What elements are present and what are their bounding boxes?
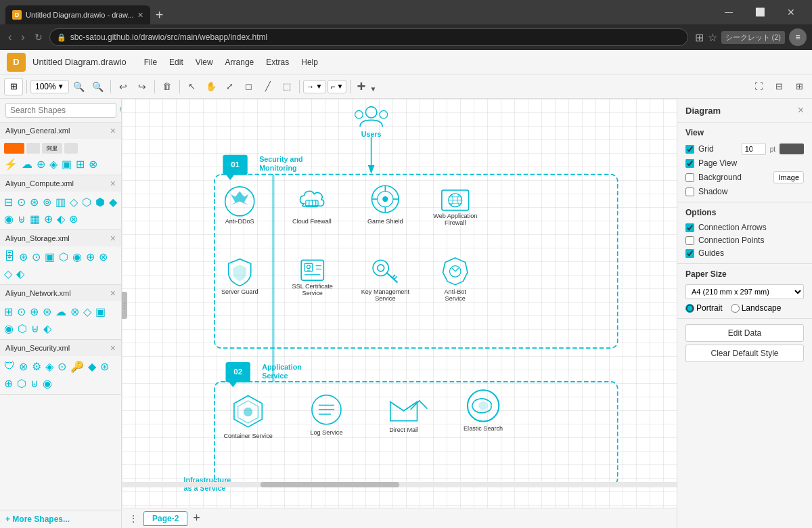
section-network-close-icon[interactable]: × xyxy=(110,288,116,299)
section-storage-close-icon[interactable]: × xyxy=(110,233,116,244)
h-scrollbar[interactable] xyxy=(122,482,677,487)
game-shield-node[interactable]: Game Shield xyxy=(367,185,403,225)
clear-style-button[interactable]: Clear Default Style xyxy=(685,345,804,362)
anti-bot-node[interactable]: Anti-Bot Service xyxy=(443,258,468,302)
grid-color-swatch[interactable] xyxy=(780,144,804,154)
connection-points-checkbox[interactable] xyxy=(685,236,694,245)
delete-button[interactable]: 🗑 xyxy=(158,78,176,95)
forward-button[interactable]: › xyxy=(18,30,27,45)
more-shapes-button[interactable]: + More Shapes... xyxy=(0,510,121,528)
ssl-cert-node[interactable]: SSL Certificate Service xyxy=(292,260,333,296)
gen-icon-1[interactable]: ⚡ xyxy=(3,156,19,172)
comp-icon-3[interactable]: ⊛ xyxy=(28,194,40,210)
gen-icon-3[interactable]: ⊕ xyxy=(35,156,47,172)
shadow-checkbox[interactable] xyxy=(685,188,694,196)
section-security-close-icon[interactable]: × xyxy=(110,343,116,353)
section-network-header[interactable]: Aliyun_Network.xml × xyxy=(0,285,121,301)
gen-icon-5[interactable]: ▣ xyxy=(60,156,73,172)
stor-icon-1[interactable]: 🗄 xyxy=(3,249,16,265)
elastic-search-node[interactable]: Elastic Search xyxy=(464,390,503,432)
grid-size-input[interactable] xyxy=(742,143,766,155)
menu-help[interactable]: Help xyxy=(296,56,323,68)
gen-icon-2[interactable]: ☁ xyxy=(20,156,34,172)
connect-tool[interactable]: ⤢ xyxy=(221,78,239,95)
sec-icon-5[interactable]: ⊙ xyxy=(56,359,68,374)
stor-icon-4[interactable]: ▣ xyxy=(43,249,56,265)
net-icon-7[interactable]: ◇ xyxy=(82,304,93,320)
background-image-button[interactable]: Image xyxy=(773,171,804,183)
landscape-radio[interactable] xyxy=(731,304,740,313)
panel-close-icon[interactable]: × xyxy=(798,104,804,116)
menu-file[interactable]: File xyxy=(139,56,162,68)
zoom-control[interactable]: 100% ▼ xyxy=(30,80,69,93)
sec-icon-2[interactable]: ⊗ xyxy=(18,359,29,374)
line-tool[interactable]: ╱ xyxy=(259,78,277,95)
fill-tool[interactable]: ◻ xyxy=(240,78,258,95)
net-icon-8[interactable]: ▣ xyxy=(94,304,107,320)
connection-arrows-checkbox[interactable] xyxy=(685,223,694,232)
net-icon-5[interactable]: ☁ xyxy=(54,304,68,320)
comp-icon-6[interactable]: ◇ xyxy=(68,194,79,210)
shape-tool[interactable]: ⬚ xyxy=(278,78,296,95)
comp-icon-8[interactable]: ⬢ xyxy=(94,194,106,210)
stor-icon-2[interactable]: ⊛ xyxy=(18,249,29,265)
back-button[interactable]: ‹ xyxy=(5,30,14,45)
gen-icon-7[interactable]: ⊗ xyxy=(87,156,99,172)
move-tool[interactable]: ✋ xyxy=(202,78,220,95)
active-tab[interactable]: D Untitled Diagram.drawio - draw... × xyxy=(5,5,150,24)
connection-points-label[interactable]: Connection Points xyxy=(698,236,764,245)
comp-icon-13[interactable]: ⊕ xyxy=(43,211,54,227)
stor-icon-3[interactable]: ⊙ xyxy=(30,249,42,265)
pointer-tool[interactable]: ↖ xyxy=(183,78,201,95)
h-scrollbar-thumb[interactable] xyxy=(261,482,399,487)
fullscreen-button[interactable]: ⛶ xyxy=(750,78,767,95)
comp-icon-5[interactable]: ▥ xyxy=(54,194,67,210)
connection-arrows-label[interactable]: Connection Arrows xyxy=(698,223,767,232)
net-icon-2[interactable]: ⊙ xyxy=(16,304,27,320)
canvas[interactable]: Users 01 Security and xyxy=(122,99,677,508)
sec-icon-7[interactable]: ◆ xyxy=(87,359,97,374)
edit-data-button[interactable]: Edit Data xyxy=(685,324,804,342)
menu-extras[interactable]: Extras xyxy=(261,56,294,68)
url-bar[interactable]: 🔒 sbc-satou.github.io/drawio/src/main/we… xyxy=(49,28,688,46)
net-icon-3[interactable]: ⊕ xyxy=(28,304,40,320)
landscape-option[interactable]: Landscape xyxy=(731,303,782,313)
menu-edit[interactable]: Edit xyxy=(164,56,189,68)
grid-checkbox[interactable] xyxy=(685,145,694,154)
paper-size-select[interactable]: A4 (210 mm x 297 mm) xyxy=(685,284,804,299)
minimize-button[interactable]: — xyxy=(713,0,744,24)
net-icon-10[interactable]: ⬡ xyxy=(16,321,28,336)
stor-icon-10[interactable]: ⬖ xyxy=(15,266,26,282)
panel-toggle-button[interactable]: ⊟ xyxy=(770,78,788,95)
comp-icon-4[interactable]: ⊚ xyxy=(41,194,53,210)
net-icon-9[interactable]: ◉ xyxy=(3,321,15,336)
net-icon-6[interactable]: ⊗ xyxy=(69,304,81,320)
page-tab-active[interactable]: Page-2 xyxy=(143,511,187,526)
maximize-button[interactable]: ⬜ xyxy=(744,0,775,24)
add-page-button[interactable]: + xyxy=(190,511,203,525)
users-node[interactable]: Users xyxy=(355,107,388,139)
format-panel-button[interactable]: ⊞ xyxy=(790,78,808,95)
profile-button[interactable]: ≡ xyxy=(789,28,807,46)
page-view-label[interactable]: Page View xyxy=(698,158,737,168)
guides-label[interactable]: Guides xyxy=(698,248,724,258)
comp-icon-15[interactable]: ⊗ xyxy=(68,211,79,227)
section-compute-header[interactable]: Aliyun_Compute.xml × xyxy=(0,175,121,192)
stor-icon-8[interactable]: ⊗ xyxy=(97,249,109,265)
guides-checkbox[interactable] xyxy=(685,249,694,258)
tab-close-icon[interactable]: × xyxy=(138,9,143,20)
search-input[interactable] xyxy=(5,103,116,118)
comp-icon-14[interactable]: ⬖ xyxy=(55,211,66,227)
gen-icon-6[interactable]: ⊞ xyxy=(74,156,86,172)
key-mgmt-node[interactable]: Key Management Service xyxy=(361,260,410,302)
net-icon-11[interactable]: ⊎ xyxy=(30,321,41,336)
new-tab-button[interactable]: + xyxy=(152,5,168,24)
sec-icon-10[interactable]: ⬡ xyxy=(16,376,28,391)
stor-icon-6[interactable]: ◉ xyxy=(71,249,83,265)
menu-view[interactable]: View xyxy=(190,56,219,68)
comp-icon-2[interactable]: ⊙ xyxy=(16,194,27,210)
page-view-toggle[interactable]: ⊞ xyxy=(4,78,23,95)
sec-icon-12[interactable]: ◉ xyxy=(41,376,53,391)
sec-icon-3[interactable]: ⚙ xyxy=(30,359,43,374)
sec-icon-11[interactable]: ⊎ xyxy=(29,376,40,391)
